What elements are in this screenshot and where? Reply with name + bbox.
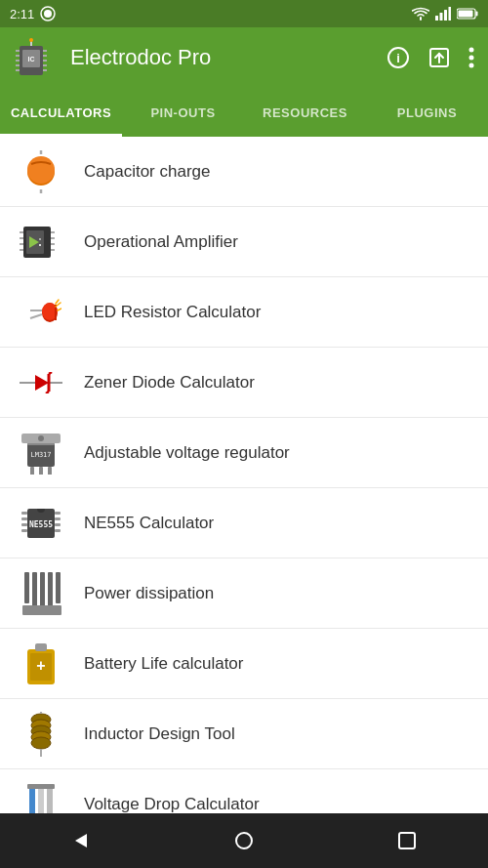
list-item-led-resistor[interactable]: LED Resistor Calculator [0,277,488,348]
op-amp-label: Operational Amplifier [84,232,238,252]
svg-line-61 [46,392,49,393]
svg-rect-84 [56,572,61,603]
app-bar: IC Electrodoc Pro i [0,27,488,88]
svg-point-65 [38,435,44,441]
svg-text:+: + [36,657,45,674]
svg-rect-66 [30,467,34,475]
inductor-icon [16,709,66,760]
capacitor-charge-label: Capacitor charge [84,162,210,182]
svg-rect-76 [55,517,61,520]
svg-rect-81 [32,572,37,607]
tab-resources[interactable]: RESOURCES [244,88,366,137]
svg-rect-73 [21,523,27,526]
status-time: 2:11 [10,7,34,21]
app-icon: IC [14,36,57,79]
voltage-drop-label: Voltage Drop Calculator [84,795,260,814]
svg-rect-82 [40,572,45,609]
list-item-inductor[interactable]: Inductor Design Tool [0,699,488,769]
svg-rect-97 [29,786,35,814]
ne555-label: NE555 Calculator [84,514,214,533]
list-item-voltage-drop[interactable]: Voltage Drop Calculator [0,769,488,813]
svg-rect-78 [55,529,61,532]
svg-point-30 [469,63,474,68]
list-item-zener-diode[interactable]: Zener Diode Calculator [0,348,488,418]
opamp-icon [16,217,66,268]
power-dissipation-label: Power dissipation [84,584,214,603]
list-item-power-dissipation[interactable]: Power dissipation [0,558,488,629]
svg-line-60 [49,372,52,374]
tab-plugins[interactable]: PLUGINS [366,88,488,137]
app-title: Electrodoc Pro [70,45,373,70]
svg-point-28 [469,48,474,53]
led-icon [16,287,66,338]
svg-marker-119 [75,834,87,847]
list-item-ne555[interactable]: NE555 NE555 Calculator [0,488,488,558]
voltdrop-icon [16,779,66,814]
info-button[interactable]: i [386,46,410,69]
svg-rect-72 [21,517,27,520]
lm317-icon: LM317 [16,428,66,478]
svg-rect-83 [48,572,53,607]
svg-rect-8 [459,11,473,18]
overflow-menu-button[interactable] [468,46,474,69]
voltage-regulator-label: Adjustable voltage regulator [84,443,290,463]
svg-line-56 [56,300,59,304]
svg-marker-58 [35,375,49,391]
list-item-voltage-regulator[interactable]: LM317 Adjustable voltage regulator [0,418,488,488]
share-button[interactable] [427,46,451,69]
svg-rect-4 [444,10,447,21]
svg-rect-7 [476,12,478,17]
svg-line-55 [58,309,61,310]
tab-pinouts[interactable]: PIN-OUTS [122,88,244,137]
svg-point-32 [27,156,55,184]
svg-rect-85 [22,605,61,615]
battery-icon [457,8,478,20]
signal-icon [435,7,451,21]
recents-button[interactable] [378,821,436,860]
bottom-nav [0,813,488,868]
notification-icon [40,6,56,21]
list-item-capacitor-charge[interactable]: Capacitor charge [0,137,488,207]
svg-rect-68 [48,467,52,475]
svg-point-94 [31,737,51,749]
svg-rect-121 [399,833,415,848]
svg-rect-75 [55,512,61,515]
svg-text:i: i [396,51,400,65]
svg-text:LM317: LM317 [30,451,51,459]
battery-life-icon: + [16,639,66,689]
svg-rect-87 [35,643,47,651]
svg-rect-99 [47,786,53,814]
tab-calculators[interactable]: CALCULATORS [0,88,122,137]
svg-point-1 [44,10,52,18]
svg-rect-71 [21,512,27,515]
svg-rect-3 [440,13,443,21]
back-button[interactable] [52,821,110,860]
svg-point-23 [29,38,33,42]
svg-line-53 [30,314,42,318]
battery-life-label: Battery Life calculator [84,654,243,674]
status-icons [412,7,478,21]
svg-point-29 [469,56,474,61]
list-item-op-amp[interactable]: Operational Amplifier [0,207,488,277]
svg-rect-100 [27,784,55,789]
svg-text:NE555: NE555 [29,520,53,529]
svg-rect-98 [38,786,44,814]
svg-rect-67 [39,467,43,475]
svg-rect-80 [24,572,29,603]
home-button[interactable] [215,821,273,860]
svg-rect-74 [21,529,27,532]
svg-text:IC: IC [28,56,35,62]
zener-icon [16,357,66,408]
wifi-icon [412,7,429,21]
svg-rect-2 [435,16,438,21]
status-bar: 2:11 [0,0,488,27]
heatsink-icon [16,568,66,619]
inductor-label: Inductor Design Tool [84,724,235,744]
svg-point-120 [236,833,252,848]
list-item-battery-life[interactable]: + Battery Life calculator [0,629,488,699]
led-resistor-label: LED Resistor Calculator [84,303,261,322]
app-bar-actions: i [386,46,474,69]
tab-bar: CALCULATORS PIN-OUTS RESOURCES PLUGINS [0,88,488,137]
ne555-icon: NE555 [16,498,66,549]
svg-rect-5 [449,7,452,21]
